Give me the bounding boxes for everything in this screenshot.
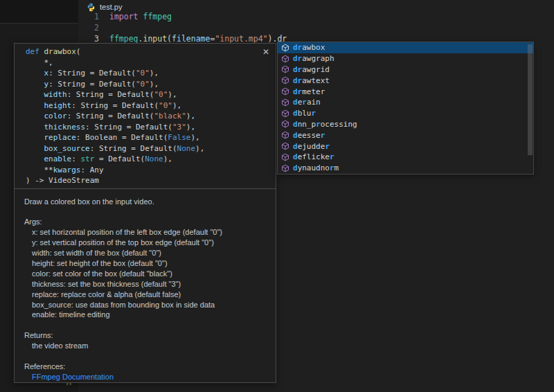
code-token: = Default( — [94, 154, 145, 163]
sidebar-section-header — [0, 0, 78, 24]
suggestion-item-dblur[interactable]: dblur — [278, 108, 533, 119]
code-token: : — [71, 154, 80, 163]
code-token: : String = Default( — [67, 112, 154, 121]
code-token: : Boolean = Default( — [76, 133, 168, 142]
code-line[interactable]: 1import ffmpeg — [78, 11, 554, 22]
signature-line: box_source: String = Default(None), — [26, 143, 270, 154]
method-icon — [280, 152, 290, 161]
doc-line: height: set height of the box (default "… — [24, 258, 269, 269]
code-token — [26, 69, 44, 78]
code-token: "0" — [136, 80, 150, 89]
doc-line: x: set horizontal position of the left b… — [24, 227, 269, 238]
line-number: 1 — [78, 11, 99, 22]
suggestion-item-drawbox[interactable]: drawbox — [278, 42, 533, 53]
code-token — [26, 123, 44, 132]
code-text[interactable]: import ffmpeg — [109, 11, 172, 22]
code-token: enable — [44, 154, 72, 163]
code-editor[interactable]: 1import ffmpeg23ffmpeg.input(filename="i… — [78, 11, 554, 44]
suggestion-item-derain[interactable]: derain — [278, 97, 533, 108]
doc-line — [24, 351, 269, 362]
code-token — [26, 133, 44, 142]
code-token: ), — [150, 69, 159, 78]
code-token: height — [44, 101, 72, 110]
doc-line: width: set width of the box (default "0"… — [24, 248, 269, 258]
doc-line: box_source: use datas from bounding box … — [24, 300, 269, 310]
code-token: None — [145, 154, 163, 163]
suggestion-label: drawgrid — [293, 65, 330, 74]
signature-line: ) -> VideoStream — [26, 175, 270, 186]
code-token: kwargs — [53, 166, 81, 175]
suggestion-label: dynaudnorm — [293, 163, 339, 172]
code-token: box_source — [44, 144, 90, 153]
code-token: replace — [44, 133, 76, 142]
suggestion-item-dejudder[interactable]: dejudder — [278, 141, 533, 152]
doc-line: FFmpeg Documentation — [24, 372, 269, 382]
method-icon — [280, 87, 290, 96]
code-token: def — [26, 47, 44, 56]
code-token: : String = Default( — [90, 144, 177, 153]
suggestion-label: drawtext — [293, 76, 330, 85]
suggestion-item-drawgraph[interactable]: drawgraph — [278, 53, 533, 64]
code-token — [26, 112, 44, 121]
code-token: drawbox — [44, 47, 76, 56]
code-token: : Any — [81, 166, 104, 175]
method-icon — [280, 76, 290, 85]
code-token: ), — [186, 112, 195, 121]
doc-line: color: set color of the box (default "bl… — [24, 269, 269, 279]
signature-line: color: String = Default("black"), — [26, 111, 270, 122]
method-icon — [280, 98, 290, 107]
suggestion-label: dblur — [293, 109, 316, 118]
suggestion-item-deesser[interactable]: deesser — [278, 130, 533, 141]
code-token: "0" — [154, 90, 168, 99]
code-token: "input.mp4" — [215, 34, 267, 44]
doc-line: Args: — [24, 217, 269, 227]
code-token: color — [44, 112, 67, 121]
doc-line — [24, 320, 269, 330]
doc-link-ffmpeg-documentation[interactable]: FFmpeg Documentation — [32, 373, 114, 381]
method-icon — [280, 163, 290, 172]
suggestion-item-dynaudnorm[interactable]: dynaudnorm — [278, 163, 533, 174]
code-line[interactable]: 2 — [78, 22, 554, 33]
code-token: thickness — [44, 123, 86, 132]
suggestion-item-dnn_processing[interactable]: dnn_processing — [278, 119, 533, 130]
method-icon — [280, 142, 290, 151]
suggest-scrollbar[interactable] — [528, 44, 533, 155]
code-token: ) -> VideoStream — [26, 176, 99, 185]
code-token: input — [143, 34, 167, 44]
signature-line: def drawbox( — [26, 46, 270, 57]
method-icon — [280, 120, 290, 129]
doc-line: Returns: — [24, 330, 269, 341]
doc-line — [24, 206, 269, 217]
suggestion-label: drawbox — [293, 43, 325, 52]
signature-line: **kwargs: Any — [26, 165, 270, 176]
code-token: False — [168, 133, 190, 142]
doc-line: References: — [24, 362, 269, 372]
code-token — [26, 90, 44, 99]
code-token: *, — [26, 58, 53, 67]
suggestion-label: dejudder — [293, 142, 330, 151]
code-token: filename — [172, 34, 210, 44]
method-icon — [280, 109, 290, 118]
signature-line: height: String = Default("0"), — [26, 100, 270, 112]
code-token: ), — [186, 123, 195, 132]
code-token: "0" — [159, 101, 172, 110]
close-icon[interactable]: ✕ — [262, 47, 269, 57]
code-token: width — [44, 90, 67, 99]
code-token: ffmpeg — [143, 12, 172, 21]
suggestion-label: drmeter — [293, 87, 325, 96]
code-token: ( — [167, 34, 172, 44]
doc-line: replace: replace color & alpha (default … — [24, 289, 269, 300]
suggestion-item-deflicker[interactable]: deflicker — [278, 152, 533, 163]
method-icon — [280, 54, 290, 63]
code-token: ), — [163, 154, 172, 163]
doc-line: y: set vertical position of the top box … — [24, 238, 269, 248]
suggestion-item-drawgrid[interactable]: drawgrid — [278, 64, 533, 75]
code-token — [26, 80, 44, 89]
code-token: ), — [190, 133, 199, 142]
method-icon — [280, 43, 290, 52]
tab-label: test.py — [100, 3, 122, 11]
code-token — [26, 101, 44, 110]
suggestion-item-drmeter[interactable]: drmeter — [278, 86, 533, 97]
suggestion-item-drawtext[interactable]: drawtext — [278, 75, 533, 86]
doc-line: enable: timeline editing — [24, 310, 269, 320]
